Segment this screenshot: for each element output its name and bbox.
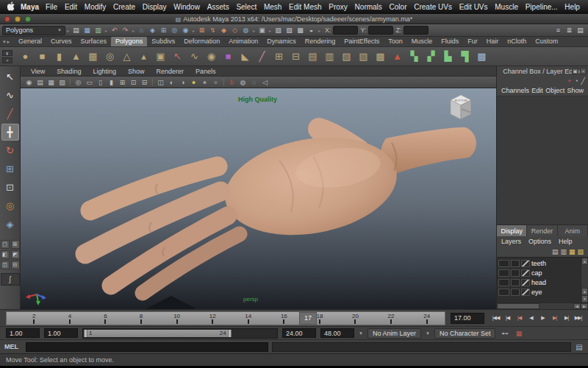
layer-row[interactable]: teeth [497, 258, 581, 268]
sculpt-geometry-icon[interactable]: ↖ [169, 49, 186, 65]
film-gate-icon[interactable]: ▭ [84, 77, 95, 87]
select-lasso-mode-icon[interactable]: ◎ [169, 25, 180, 36]
menubar-item[interactable]: File [43, 3, 60, 11]
shelf-tab[interactable]: Custom [531, 37, 562, 46]
collapse-status-group-icon[interactable]: ▸ [251, 25, 257, 36]
four-pane-layout-button[interactable]: ⊞ [11, 240, 20, 249]
shaded-mode-icon[interactable]: ◐ [166, 77, 177, 87]
ambient-light-icon[interactable]: ● [199, 77, 210, 87]
menubar-item[interactable]: Normals [353, 3, 384, 11]
timeline-tick[interactable]: 22 [373, 312, 409, 325]
timeline-tick[interactable]: 8 [123, 312, 159, 325]
dock-window-icon[interactable]: ▣ [572, 68, 578, 74]
interactive-split-icon[interactable]: ╱ [254, 49, 270, 65]
shelf-tab[interactable]: Rendering [301, 37, 340, 46]
view-cube[interactable]: BOTTOM FRONT [446, 93, 476, 125]
wireframe-mode-icon[interactable]: ◫ [155, 77, 166, 87]
menubar-item[interactable]: Help [562, 3, 582, 11]
select-camera-icon[interactable]: ◉ [24, 77, 35, 87]
menubar-item[interactable]: Muscle [492, 3, 520, 11]
insert-edge-loop-icon[interactable]: ▩ [372, 49, 389, 65]
snap-to-curve-icon[interactable]: ↯ [207, 25, 218, 36]
shelf-menu-icon[interactable]: ▸ [7, 39, 10, 45]
resolution-gate-icon[interactable]: ▯ [95, 77, 106, 87]
layer-visibility-toggle[interactable] [498, 289, 509, 296]
shelf-tab[interactable]: Polygons [111, 37, 147, 46]
textured-mode-icon[interactable]: ◑ [177, 77, 188, 87]
shadows-icon[interactable]: b [226, 77, 237, 87]
shelf-collapse-icon[interactable]: ▮ [2, 50, 12, 56]
scale-tool[interactable]: ⊞ [1, 160, 19, 177]
viewport-menu[interactable]: Show [122, 68, 151, 75]
bridge-icon[interactable]: ▥ [321, 49, 338, 65]
new-layer-from-selected-icon[interactable]: ▦ [569, 248, 576, 255]
universal-manipulator-tool[interactable]: ⊡ [1, 179, 19, 196]
detach-skin-icon[interactable]: ▙ [440, 49, 456, 65]
new-empty-layer-icon[interactable]: ▥ [560, 248, 567, 255]
timeline-tick[interactable]: 6 [87, 312, 123, 325]
shelf-expand-icon[interactable]: ▾ [2, 57, 12, 63]
viewport-menu[interactable]: View [25, 68, 51, 75]
layer-row[interactable]: cap [497, 268, 581, 277]
two-d-pan-icon[interactable]: ◎ [73, 77, 84, 87]
collapse-status-group-icon[interactable]: ▸ [131, 25, 136, 36]
scroll-up-icon[interactable]: ▲ [581, 258, 588, 265]
menubar-item[interactable]: Edit UVs [457, 3, 490, 11]
menubar-item[interactable]: Modify [82, 3, 108, 11]
open-render-view-icon[interactable]: ▧ [273, 25, 284, 36]
new-anim-layer-icon[interactable]: ▧ [577, 248, 584, 255]
collapse-status-group-icon[interactable]: ▸ [104, 25, 109, 36]
shelf-tab[interactable]: Subdivs [147, 37, 179, 46]
timeline-tick[interactable]: 10 [159, 312, 195, 325]
poly-pyramid-icon[interactable]: ▴ [135, 49, 152, 65]
go-to-start-button[interactable]: |◀◀ [490, 313, 501, 324]
xray-icon[interactable]: ◁ [259, 77, 270, 87]
speed-control-icon[interactable]: ◔ [574, 77, 578, 85]
two-pane-layout-button[interactable]: ◫ [1, 261, 10, 269]
shelf-tab[interactable]: Surfaces [76, 37, 112, 46]
slider-mode-icon[interactable]: ╱ [581, 77, 585, 85]
layer-editor-tab[interactable]: Display [497, 225, 527, 236]
layer-row[interactable]: head [497, 277, 581, 287]
timeline-ruler[interactable]: 24681012141618202224 17 [6, 311, 445, 325]
show-channel-layer-icon[interactable]: ▤ [575, 25, 586, 36]
poly-soccerball-icon[interactable]: ◉ [203, 49, 220, 65]
smooth-bind-icon[interactable]: ▚ [406, 49, 423, 65]
construction-history-icon[interactable]: ▣ [257, 25, 268, 36]
safe-title-icon[interactable]: ⊟ [139, 77, 150, 87]
anim-layer-dropdown[interactable]: No Anim Layer [368, 328, 421, 339]
booleans-icon[interactable]: ■ [220, 49, 237, 65]
shelf-tab[interactable]: General [14, 37, 46, 46]
hypergraph-layout-button[interactable]: ʃ [1, 273, 20, 286]
toolbar-divider[interactable]: │ [221, 77, 226, 87]
paint-selection-tool[interactable]: ╱ [1, 105, 19, 122]
menubar-item[interactable]: Proxy [326, 3, 350, 11]
hscroll-thumb[interactable] [497, 303, 539, 309]
persp-outliner-layout-button[interactable]: ◧ [1, 250, 10, 259]
menubar-item[interactable]: Assets [205, 3, 232, 11]
range-slider-track[interactable]: 1 24 [82, 328, 278, 339]
timeline-tick[interactable]: 14 [230, 312, 266, 325]
go-to-end-button[interactable]: ▶▶| [573, 313, 584, 324]
layer-playback-toggle[interactable] [511, 289, 520, 296]
menubar-item[interactable]: Edit Mesh [287, 3, 323, 11]
highlight-selection-icon[interactable]: ◉ [180, 25, 191, 36]
range-end-handle[interactable] [228, 330, 232, 337]
layer-editor-menu[interactable]: Help [559, 238, 573, 245]
timeline-tick[interactable]: 20 [337, 312, 373, 325]
layer-color-swatch[interactable] [521, 279, 530, 286]
step-back-frame-button[interactable]: |◀ [502, 313, 513, 324]
playback-start-field[interactable]: 1.00 [44, 328, 78, 338]
shelf-tab-menu-icon[interactable]: ▾ [3, 39, 6, 45]
poly-cylinder-icon[interactable]: ▮ [51, 49, 68, 65]
coord-input[interactable] [404, 26, 429, 35]
channel-box-menu[interactable]: Show [567, 87, 584, 94]
menubar-item[interactable]: Color [387, 3, 409, 11]
append-polygon-icon[interactable]: ▨ [338, 49, 355, 65]
shelf-tab[interactable]: Fluids [437, 37, 463, 46]
viewport-menu[interactable]: Lighting [87, 68, 122, 75]
hand-model[interactable] [21, 88, 496, 309]
three-pane-layout-button[interactable]: ⊟ [11, 261, 20, 269]
poly-sphere-icon[interactable]: ● [17, 49, 34, 65]
play-backwards-button[interactable]: ◀ [526, 313, 537, 324]
